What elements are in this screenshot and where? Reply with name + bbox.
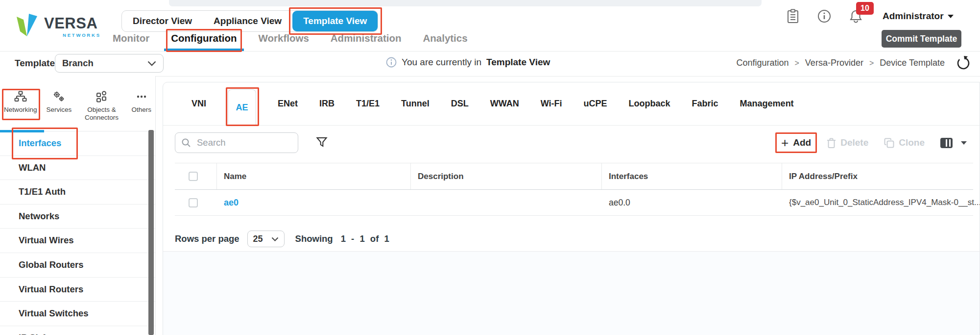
nav-administration[interactable]: Administration xyxy=(331,32,402,44)
objects-icon xyxy=(95,91,108,103)
interfaces-table: Name Description Interfaces IP Address/P… xyxy=(175,163,973,216)
breadcrumb-configuration[interactable]: Configuration xyxy=(736,58,789,68)
category-label: Others xyxy=(131,106,151,114)
tasks-icon[interactable] xyxy=(786,8,800,25)
nav-monitor[interactable]: Monitor xyxy=(113,32,149,44)
sidebar-category-tabs: Networking Services Objects & Connectors xyxy=(0,76,155,131)
ip-address-prefix-cell: {$v_ae0_Unit_0_StaticAddress_IPV4_Mask-0… xyxy=(789,198,980,207)
sidebar-item-interfaces[interactable]: Interfaces xyxy=(0,131,155,156)
select-all-checkbox[interactable] xyxy=(189,172,198,181)
chevron-down-icon xyxy=(271,237,279,241)
rows-per-page-value: 25 xyxy=(253,234,263,244)
delete-button[interactable]: Delete xyxy=(827,137,868,148)
interfaces-cell: ae0.0 xyxy=(609,198,630,208)
filter-icon[interactable] xyxy=(316,136,328,149)
sidebar-scrollbar[interactable] xyxy=(148,130,154,335)
template-bar: Template Branch You are currently in Tem… xyxy=(0,51,980,77)
interface-type-tabs: VNI AE ENet IRB T1/E1 Tunnel DSL WWAN Wi… xyxy=(163,82,980,126)
notifications-icon[interactable]: 10 xyxy=(848,8,863,25)
sidebar-item-virtual-routers[interactable]: Virtual Routers xyxy=(0,278,155,302)
trash-icon xyxy=(827,138,836,148)
interface-name-link[interactable]: ae0 xyxy=(224,198,239,208)
sidebar-item-virtual-switches[interactable]: Virtual Switches xyxy=(0,302,155,326)
sidebar: Networking Services Objects & Connectors xyxy=(0,76,156,335)
category-tab-services[interactable]: Services xyxy=(47,76,72,131)
tab-wifi[interactable]: Wi-Fi xyxy=(541,99,562,109)
sidebar-item-virtual-wires[interactable]: Virtual Wires xyxy=(0,229,155,253)
tab-ae[interactable]: AE xyxy=(228,89,256,126)
nav-configuration[interactable]: Configuration xyxy=(171,32,237,44)
category-tab-others[interactable]: Others xyxy=(131,76,151,131)
category-tab-networking[interactable]: Networking xyxy=(4,76,37,131)
nav-configuration-label: Configuration xyxy=(171,32,237,44)
info-icon xyxy=(386,57,397,68)
table-toolbar: + Add Delete Clone xyxy=(163,126,980,163)
rows-per-page-select[interactable]: 25 xyxy=(247,231,285,247)
sidebar-item-list: Interfaces WLAN T1/E1 Auth Networks Virt… xyxy=(0,131,155,335)
user-name: Administrator xyxy=(883,11,944,22)
info-icon[interactable] xyxy=(817,8,832,25)
sidebar-item-t1e1-auth[interactable]: T1/E1 Auth xyxy=(0,180,155,205)
category-label: Objects & Connectors xyxy=(81,106,122,121)
sidebar-item-wlan[interactable]: WLAN xyxy=(0,156,155,180)
breadcrumb-versa-provider[interactable]: Versa-Provider xyxy=(805,58,863,68)
commit-template-button[interactable]: Commit Template xyxy=(882,30,961,48)
search-input[interactable] xyxy=(196,137,286,149)
nav-analytics[interactable]: Analytics xyxy=(423,32,467,44)
chevron-down-icon xyxy=(961,141,967,145)
refresh-icon[interactable] xyxy=(956,55,970,71)
column-header-description[interactable]: Description xyxy=(411,163,602,189)
table-row: ae0 ae0.0 {$v_ae0_Unit_0_StaticAddress_I… xyxy=(175,190,973,216)
category-tab-objects-connectors[interactable]: Objects & Connectors xyxy=(81,76,122,131)
brand-subtitle: NETWORKS xyxy=(63,32,101,38)
column-header-interfaces[interactable]: Interfaces xyxy=(602,163,782,189)
row-checkbox[interactable] xyxy=(189,198,198,207)
view-switcher: Director View Appliance View Template Vi… xyxy=(121,10,378,32)
column-picker-button[interactable] xyxy=(940,138,967,148)
column-header-ip-address-prefix[interactable]: IP Address/Prefix xyxy=(782,163,973,189)
view-banner: You are currently in Template View xyxy=(386,57,550,68)
tab-dsl[interactable]: DSL xyxy=(451,99,469,109)
browser-artifact-strip xyxy=(169,0,762,6)
appliance-view-button[interactable]: Appliance View xyxy=(203,11,292,31)
sidebar-item-label: Virtual Routers xyxy=(19,284,83,294)
template-select[interactable]: Branch xyxy=(55,54,164,73)
nav-workflows[interactable]: Workflows xyxy=(259,32,309,44)
columns-icon xyxy=(940,138,953,148)
banner-text: You are currently in xyxy=(402,57,481,68)
tab-loopback[interactable]: Loopback xyxy=(629,99,670,109)
tab-wwan[interactable]: WWAN xyxy=(490,99,519,109)
user-menu[interactable]: Administrator xyxy=(883,11,954,22)
tab-vni[interactable]: VNI xyxy=(191,99,206,109)
versa-logo: VERSA NETWORKS xyxy=(14,12,107,42)
director-view-button[interactable]: Director View xyxy=(122,11,203,31)
sidebar-item-ip-sla[interactable]: IP SLA xyxy=(0,326,155,335)
tab-fabric[interactable]: Fabric xyxy=(692,99,718,109)
tab-irb[interactable]: IRB xyxy=(319,99,335,109)
tab-management[interactable]: Management xyxy=(740,99,794,109)
clone-button[interactable]: Clone xyxy=(884,137,925,148)
sidebar-item-label: Networks xyxy=(19,211,59,221)
content-background xyxy=(163,252,980,335)
category-label: Services xyxy=(47,106,72,114)
notification-badge: 10 xyxy=(856,2,874,15)
rows-per-page-label: Rows per page xyxy=(175,233,239,244)
tab-ucpe[interactable]: uCPE xyxy=(584,99,607,109)
tab-tunnel[interactable]: Tunnel xyxy=(401,99,430,109)
sidebar-item-networks[interactable]: Networks xyxy=(0,205,155,229)
template-view-button[interactable]: Template View xyxy=(292,11,378,31)
active-category-underline xyxy=(0,130,44,132)
template-label: Template xyxy=(15,58,55,69)
breadcrumb-separator: > xyxy=(869,59,874,68)
sitemap-icon xyxy=(14,91,27,103)
tab-t1e1[interactable]: T1/E1 xyxy=(356,99,380,109)
add-label: Add xyxy=(793,137,811,148)
add-button[interactable]: + Add xyxy=(781,137,811,148)
sidebar-item-label: T1/E1 Auth xyxy=(19,186,66,197)
breadcrumb-device-template[interactable]: Device Template xyxy=(880,58,945,68)
ellipsis-icon xyxy=(135,91,148,103)
brand-name: VERSA xyxy=(44,15,97,32)
sidebar-item-global-routers[interactable]: Global Routers xyxy=(0,253,155,278)
column-header-name[interactable]: Name xyxy=(217,163,411,189)
tab-enet[interactable]: ENet xyxy=(278,99,298,109)
